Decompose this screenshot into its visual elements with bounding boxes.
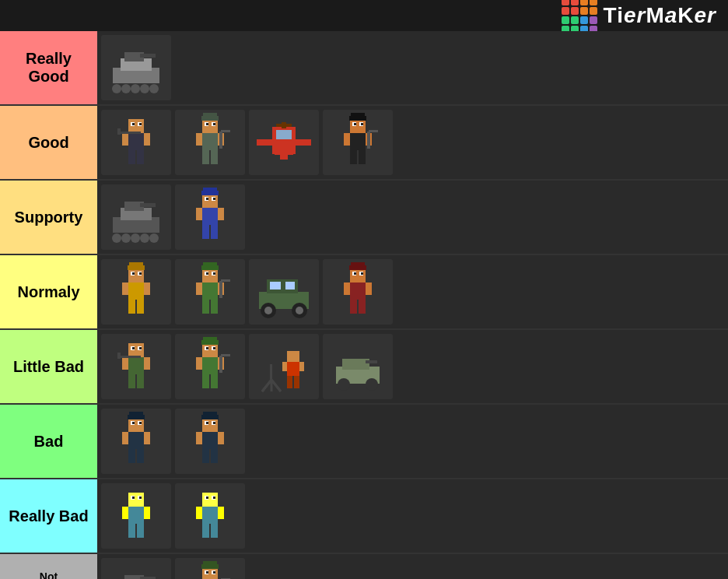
tier-item[interactable] — [249, 334, 319, 399]
tier-row-good: Good — [0, 106, 728, 181]
logo-dot — [590, 16, 597, 24]
tier-content-really-good — [97, 31, 728, 104]
char-soldier-1 — [179, 111, 241, 174]
tier-item[interactable] — [175, 483, 245, 549]
char-noob-1 — [105, 485, 167, 547]
logo-dot — [580, 7, 588, 15]
tier-content-bad — [97, 405, 728, 478]
tier-label-little-bad: Little Bad — [0, 330, 97, 403]
tier-content-little-bad — [97, 330, 728, 403]
logo-dot — [562, 7, 569, 15]
tier-item[interactable] — [101, 259, 171, 325]
header: TierMaKer — [0, 0, 728, 31]
char-tripod-1 — [253, 335, 315, 398]
tier-item[interactable] — [101, 483, 171, 549]
tier-item[interactable] — [323, 259, 393, 325]
tier-label-really-good: Really Good — [0, 31, 97, 104]
logo-dot — [571, 16, 579, 24]
char-red-1 — [327, 261, 389, 323]
tier-item[interactable] — [175, 334, 245, 399]
char-jeep-1 — [253, 261, 315, 323]
tier-item[interactable] — [101, 110, 171, 175]
tiermaker-logo-text: TierMaKer — [604, 3, 716, 28]
logo-grid-icon — [562, 0, 597, 33]
tier-item[interactable] — [249, 259, 319, 325]
char-sniper-1 — [105, 111, 167, 174]
tier-item[interactable] — [323, 334, 393, 399]
char-green-2 — [179, 335, 241, 398]
tier-row-really-good: Really Good — [0, 31, 728, 106]
tier-item[interactable] — [249, 110, 319, 175]
logo-dot — [590, 0, 597, 5]
tier-item[interactable] — [101, 334, 171, 399]
char-yellow-1 — [105, 261, 167, 323]
char-tank-dup-1 — [105, 560, 167, 579]
char-dark-2 — [179, 410, 241, 472]
char-tank-1 — [105, 37, 167, 99]
tier-label-really-bad: Really Bad — [0, 479, 97, 553]
tier-item[interactable] — [175, 184, 245, 250]
char-medic-1 — [179, 186, 241, 248]
tier-item[interactable] — [175, 259, 245, 325]
tier-table: Really Good Good Supporty — [0, 31, 728, 579]
tier-label-not-ranked: NotRANKED(itsduble image) — [0, 554, 97, 579]
tier-item[interactable] — [101, 184, 171, 250]
char-vehicle-1 — [327, 335, 389, 398]
tier-content-really-bad — [97, 479, 728, 553]
tier-row-not-ranked: NotRANKED(itsduble image) — [0, 554, 728, 579]
tier-label-supporty: Supporty — [0, 181, 97, 254]
char-plane-1 — [253, 111, 315, 174]
tiermaker-logo: TierMaKer — [562, 0, 716, 33]
tier-item[interactable] — [101, 409, 171, 474]
tier-item[interactable] — [175, 409, 245, 474]
tier-row-supporty: Supporty — [0, 181, 728, 255]
tier-row-really-bad: Really Bad — [0, 479, 728, 554]
tier-item[interactable] — [101, 558, 171, 579]
logo-dot — [562, 0, 569, 5]
tier-label-normaly: Normaly — [0, 255, 97, 328]
tier-item[interactable] — [175, 110, 245, 175]
tier-item[interactable] — [323, 110, 393, 175]
logo-dot — [562, 16, 569, 24]
char-dark-1 — [105, 410, 167, 472]
logo-dot — [580, 16, 588, 24]
tier-label-good: Good — [0, 106, 97, 179]
tier-content-normaly — [97, 255, 728, 328]
tier-row-bad: Bad — [0, 405, 728, 479]
logo-dot — [571, 0, 579, 5]
tier-row-little-bad: Little Bad — [0, 330, 728, 405]
logo-dot — [571, 7, 579, 15]
tier-item[interactable] — [175, 558, 245, 579]
tier-content-not-ranked — [97, 554, 728, 579]
char-dup-2 — [179, 560, 241, 579]
char-tank-2 — [105, 186, 167, 248]
char-soldier-2 — [327, 111, 389, 174]
logo-dot — [590, 7, 597, 15]
tier-content-supporty — [97, 181, 728, 254]
char-noob-2 — [179, 485, 241, 547]
char-sniper-2 — [105, 335, 167, 398]
tier-content-good — [97, 106, 728, 179]
tier-row-normaly: Normaly — [0, 255, 728, 330]
tier-label-bad: Bad — [0, 405, 97, 478]
logo-dot — [580, 0, 588, 5]
char-green-1 — [179, 261, 241, 323]
tier-item[interactable] — [101, 35, 171, 100]
